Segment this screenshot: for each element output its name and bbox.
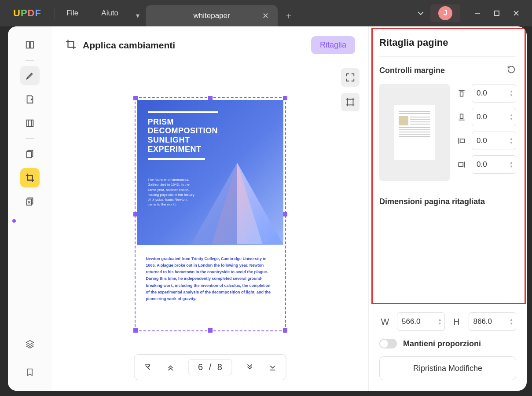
reset-button[interactable]: Ripristina Modifiche [379, 356, 516, 380]
last-page-icon[interactable] [268, 362, 278, 373]
stepper-icon[interactable]: ▲▼ [510, 137, 513, 145]
keep-ratio-label: Mantieni proporzioni [403, 339, 481, 348]
svg-rect-20 [460, 139, 465, 143]
document-tab[interactable]: whitepaper ✕ [146, 5, 278, 26]
next-page-icon[interactable] [245, 362, 255, 373]
margin-bottom-icon [456, 113, 467, 121]
margin-right-input[interactable]: 0.0 ▲▼ [472, 155, 516, 174]
workspace: Applica cambiamenti Ritaglia PRISM [8, 26, 527, 391]
crop-handle-mr[interactable] [283, 212, 287, 216]
user-avatar[interactable]: J [430, 4, 460, 22]
document-page: PRISM DECOMPOSITION SUNLIGHT EXPERIMENT … [137, 100, 283, 329]
toolbar: Applica cambiamenti Ritaglia [52, 26, 368, 64]
sidebar-pages-icon[interactable] [20, 114, 40, 133]
page-title: Applica cambiamenti [83, 40, 175, 51]
margin-top-icon [456, 89, 467, 98]
sidebar-crop-icon[interactable] [20, 168, 40, 187]
svg-rect-16 [460, 92, 463, 96]
first-page-icon[interactable] [142, 362, 153, 373]
stepper-icon[interactable]: ▲▼ [510, 113, 513, 121]
svg-rect-12 [348, 99, 353, 105]
crop-handle-tr[interactable] [283, 96, 287, 100]
crop-handle-bl[interactable] [133, 328, 138, 333]
pyramid-illustration [187, 157, 283, 245]
reset-icon[interactable] [506, 65, 516, 76]
sidebar [8, 26, 52, 391]
margins-heading: Controlli margine [379, 66, 506, 75]
svg-rect-17 [460, 114, 463, 118]
svg-rect-21 [459, 163, 463, 166]
stepper-icon[interactable]: ▲▼ [510, 318, 513, 326]
sidebar-highlighter-icon[interactable] [20, 66, 40, 85]
crop-handle-br[interactable] [283, 328, 287, 333]
sidebar-layers-icon[interactable] [20, 334, 40, 354]
sidebar-copy-icon[interactable] [20, 144, 40, 164]
crop-button[interactable]: Ritaglia [311, 36, 355, 54]
stepper-icon[interactable]: ▲▼ [510, 89, 513, 97]
tab-dropdown[interactable]: ▾ [130, 4, 146, 26]
menu-help[interactable]: Aiuto [90, 9, 130, 18]
width-label: W [379, 317, 391, 327]
crop-frame[interactable]: PRISM DECOMPOSITION SUNLIGHT EXPERIMENT … [135, 97, 286, 331]
menu-file[interactable]: File [55, 9, 90, 18]
sidebar-watermark-icon[interactable] [20, 192, 40, 211]
svg-rect-6 [27, 152, 32, 158]
minimize-icon[interactable] [468, 4, 487, 23]
sidebar-bookmark-icon[interactable] [20, 363, 40, 382]
prev-page-icon[interactable] [165, 362, 176, 373]
svg-rect-1 [495, 11, 499, 15]
margin-bottom-input[interactable]: 0.0 ▲▼ [472, 108, 516, 126]
app-logo: UPDF [0, 7, 55, 19]
margin-top-input[interactable]: 0.0 ▲▼ [472, 84, 516, 103]
height-input[interactable]: 866.0 ▲▼ [469, 312, 517, 331]
crop-preset-icon[interactable] [341, 93, 360, 111]
stepper-icon[interactable]: ▲▼ [438, 318, 442, 326]
sidebar-reader-icon[interactable] [20, 35, 40, 55]
sidebar-edit-icon[interactable] [20, 90, 40, 109]
stepper-icon[interactable]: ▲▼ [510, 161, 513, 169]
fit-screen-icon[interactable] [341, 68, 360, 87]
dimensions-heading: Dimensioni pagina ritagliata [379, 197, 516, 304]
margin-preview [379, 84, 450, 181]
svg-marker-11 [191, 163, 237, 244]
titlebar: UPDF File Aiuto ▾ whitepaper ✕ ＋ J [0, 0, 532, 26]
height-label: H [451, 317, 462, 327]
pager: 6 / 8 [134, 354, 286, 380]
close-window-icon[interactable] [506, 4, 526, 23]
crop-tool-icon [65, 39, 77, 52]
crop-panel: Ritaglia pagine Controlli margine [368, 26, 527, 391]
close-icon[interactable]: ✕ [262, 11, 269, 21]
margin-right-icon [456, 160, 467, 169]
maximize-icon[interactable] [487, 4, 506, 23]
crop-handle-bm[interactable] [208, 328, 213, 333]
page-indicator[interactable]: 6 / 8 [188, 359, 232, 375]
keep-ratio-toggle[interactable] [379, 339, 397, 348]
width-input[interactable]: 566.0 ▲▼ [397, 312, 445, 331]
chevron-down-icon[interactable] [411, 4, 430, 23]
main-area: Applica cambiamenti Ritaglia PRISM [52, 26, 368, 391]
panel-title: Ritaglia pagine [379, 37, 516, 48]
active-indicator-dot [12, 219, 16, 223]
new-tab-button[interactable]: ＋ [278, 4, 300, 26]
margin-left-icon [456, 136, 467, 145]
tab-title: whitepaper [193, 11, 230, 20]
canvas[interactable]: PRISM DECOMPOSITION SUNLIGHT EXPERIMENT … [52, 64, 368, 391]
svg-rect-2 [27, 120, 33, 127]
margin-left-input[interactable]: 0.0 ▲▼ [472, 132, 516, 150]
